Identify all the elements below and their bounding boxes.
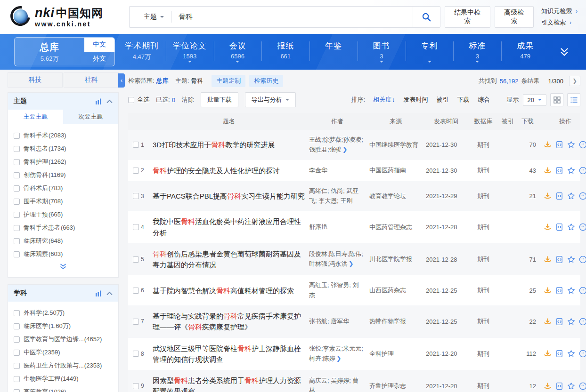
download-icon[interactable] (544, 287, 552, 295)
bar-chart-icon[interactable] (95, 290, 102, 296)
nav-item[interactable]: 年鉴 (309, 39, 358, 65)
subject-filter-item[interactable]: 外科学(2.50万) (14, 306, 113, 320)
filter-checkbox[interactable] (14, 199, 20, 205)
quote-icon[interactable] (579, 223, 586, 231)
favorite-star-icon[interactable] (567, 318, 575, 326)
result-title-link[interactable]: 基于理论与实践背景的骨科常见疾病手术康复护理——评《骨科疾病康复护理》 (153, 312, 301, 331)
result-source-link[interactable]: 齐鲁护理杂志 (367, 382, 424, 390)
chevron-up-icon[interactable] (106, 291, 113, 296)
filter-checkbox[interactable] (14, 212, 20, 218)
nav-item[interactable]: 学位论文 1593 (166, 39, 214, 65)
filter-checkbox[interactable] (14, 251, 20, 257)
tab-foreign[interactable]: 外文 (84, 52, 114, 66)
topic-filter-item[interactable]: 骨科患者(1734) (14, 142, 113, 155)
subject-filter-item[interactable]: 临床医学(1.60万) (14, 320, 113, 333)
topic-filter-item[interactable]: 护理干预(665) (14, 208, 113, 221)
filter-checkbox[interactable] (14, 350, 20, 356)
favorite-star-icon[interactable] (567, 350, 575, 358)
filter-checkbox[interactable] (14, 389, 20, 392)
result-source-link[interactable]: 全科护理 (367, 350, 424, 358)
search-input[interactable] (172, 13, 413, 21)
result-title-link[interactable]: 武汉地区三级甲等医院脊柱骨科护士深静脉血栓管理的知信行现状调查 (153, 344, 301, 363)
expand-authors-icon[interactable]: ❯ (336, 355, 342, 362)
result-title-link[interactable]: 我院中医骨科活血化瘀类中药注射液应用合理性分析 (153, 217, 301, 236)
html-read-icon[interactable] (555, 141, 563, 149)
result-source-link[interactable]: 热带作物学报 (367, 317, 424, 326)
topic-filter-item[interactable]: 骨科手术(2083) (14, 129, 113, 142)
export-analyze-button[interactable]: 导出与分析 (245, 92, 296, 107)
nav-item[interactable]: 学术期刊 4.47万 (118, 39, 166, 65)
chevron-up-icon[interactable] (106, 99, 113, 104)
tab-social-sci[interactable]: 社科 (64, 72, 119, 88)
filter-checkbox[interactable] (14, 146, 20, 152)
html-read-icon[interactable] (555, 223, 563, 231)
nav-item[interactable]: 报纸 661 (261, 39, 309, 65)
list-view-button[interactable] (567, 93, 580, 106)
download-icon[interactable] (544, 350, 552, 358)
subject-filter-item[interactable]: 医药卫生方针政策与...(2353) (14, 359, 113, 372)
favorite-star-icon[interactable] (567, 287, 575, 295)
tab-main-topic[interactable]: 主要主题 (8, 110, 63, 124)
nav-item[interactable]: 专利 (406, 39, 454, 65)
topic-expand-button[interactable] (14, 261, 113, 274)
row-checkbox[interactable] (133, 142, 139, 148)
checkbox[interactable] (128, 97, 134, 103)
download-icon[interactable] (544, 167, 552, 175)
filter-checkbox[interactable] (14, 376, 20, 382)
row-checkbox[interactable] (133, 168, 139, 174)
clear-selection-button[interactable]: 清除 (182, 96, 194, 104)
row-checkbox[interactable] (133, 193, 139, 199)
expand-authors-icon[interactable]: ❯ (342, 146, 348, 153)
result-source-link[interactable]: 中国医药指南 (367, 166, 424, 175)
download-icon[interactable] (544, 223, 552, 231)
result-title-link[interactable]: 基于PACS联合PBL提高骨科实习生读片能力研究 (153, 192, 305, 200)
quote-icon[interactable] (579, 318, 586, 326)
html-read-icon[interactable] (555, 192, 563, 200)
tab-secondary-topic[interactable]: 次要主题 (63, 110, 118, 124)
subject-filter-item[interactable]: 高等教育(1026) (14, 385, 113, 392)
topic-filter-item[interactable]: 临床观察(603) (14, 248, 113, 261)
download-icon[interactable] (544, 382, 552, 390)
row-checkbox[interactable] (133, 288, 139, 294)
filter-checkbox[interactable] (14, 185, 20, 192)
quote-icon[interactable] (579, 350, 586, 358)
download-icon[interactable] (544, 318, 552, 326)
quote-icon[interactable] (579, 167, 586, 175)
sort-downloads[interactable]: 下载 (457, 96, 470, 104)
search-field-select[interactable]: 主题 (130, 13, 171, 21)
nav-item[interactable]: 成果 479 (501, 39, 549, 65)
page-size-select[interactable]: 20 (523, 94, 546, 106)
row-checkbox[interactable] (133, 256, 139, 263)
download-icon[interactable] (544, 256, 552, 264)
cnki-logo[interactable]: nki中国知网 www.cnki.net (10, 6, 121, 28)
favorite-star-icon[interactable] (567, 223, 575, 231)
tab-sci-tech[interactable]: 科技 (8, 72, 63, 88)
nav-item[interactable]: 图书 3 (358, 39, 406, 65)
html-read-icon[interactable] (555, 167, 563, 175)
grid-view-button[interactable] (550, 93, 563, 106)
search-in-results-button[interactable]: 结果中检索 (445, 6, 490, 28)
filter-checkbox[interactable] (14, 159, 20, 165)
search-button[interactable] (413, 7, 440, 27)
html-read-icon[interactable] (555, 350, 563, 358)
favorite-star-icon[interactable] (567, 382, 575, 390)
row-checkbox[interactable] (133, 319, 139, 325)
batch-download-button[interactable]: 批量下载 (201, 92, 238, 107)
html-read-icon[interactable] (555, 318, 563, 326)
scope-value-link[interactable]: 总库 (156, 77, 169, 85)
filter-checkbox[interactable] (14, 336, 20, 343)
filter-checkbox[interactable] (14, 238, 20, 244)
subject-filter-item[interactable]: 生物医学工程(1449) (14, 372, 113, 385)
favorite-star-icon[interactable] (567, 167, 575, 175)
knowledge-element-search-link[interactable]: 知识元检索› (541, 6, 578, 17)
result-title-link[interactable]: 骨科创伤后感染患者金黄色葡萄球菌耐药基因及毒力基因的分布情况 (153, 250, 301, 269)
nav-item[interactable]: 标准 3 (453, 39, 501, 65)
sort-comprehensive[interactable]: 综合 (478, 96, 490, 104)
filter-checkbox[interactable] (14, 133, 20, 139)
filter-checkbox[interactable] (14, 323, 20, 329)
subject-filter-item[interactable]: 中医学(2359) (14, 346, 113, 359)
download-icon[interactable] (544, 141, 552, 149)
quote-icon[interactable] (579, 192, 586, 200)
html-read-icon[interactable] (555, 382, 563, 390)
topic-filter-item[interactable]: 临床研究(648) (14, 234, 113, 248)
